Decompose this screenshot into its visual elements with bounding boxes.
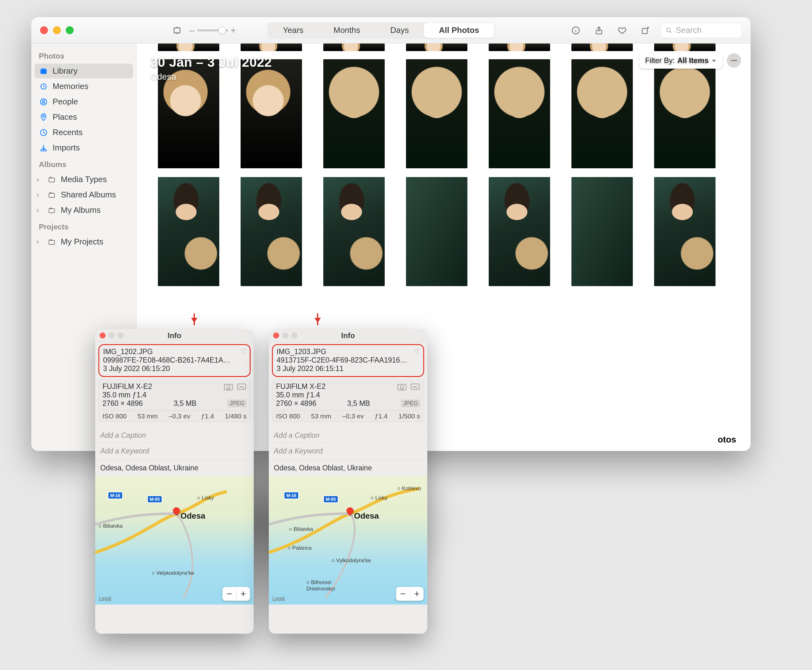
places-icon (39, 112, 48, 122)
location-subtitle: Odesa (150, 72, 737, 82)
raw-wb-icon[interactable]: WB (397, 382, 420, 391)
filter-button[interactable]: Filter By: All Items (640, 52, 723, 69)
favorite-icon[interactable] (616, 25, 628, 36)
sidebar-item-library[interactable]: Library (34, 64, 133, 78)
location-map[interactable]: Odesa Lisky Biliaivka Vylkodolyns'ke Pal… (269, 476, 427, 604)
recents-icon (39, 128, 48, 137)
close-panel-button[interactable] (100, 333, 106, 338)
favorite-icon[interactable]: ♡ (240, 347, 246, 356)
zoom-in-button[interactable]: + (236, 587, 250, 601)
seg-days[interactable]: Days (375, 23, 424, 38)
minimize-window-button[interactable] (53, 26, 61, 34)
map-zoom-controls: −+ (223, 587, 250, 601)
caption-field[interactable]: Add a Caption (95, 426, 254, 443)
location-label[interactable]: Odesa, Odesa Oblast, Ukraine (269, 460, 427, 476)
sidebar-item-shared-albums[interactable]: › Shared Albums (34, 188, 133, 202)
svg-rect-12 (41, 149, 46, 151)
caption-field[interactable]: Add a Caption (269, 426, 427, 443)
aspect-icon[interactable] (171, 24, 183, 37)
seg-all-photos[interactable]: All Photos (424, 23, 495, 38)
location-label[interactable]: Odesa, Odesa Oblast, Ukraine (95, 460, 254, 476)
zoom-out-button[interactable]: − (223, 587, 236, 601)
map-zoom-controls: −+ (396, 587, 424, 601)
slider-plus: + (231, 25, 236, 36)
info-highlighted-block: ♡ IMG_1203.JPG 4913715F-C2E0-4F69-823C-F… (272, 344, 424, 377)
photo-thumbnail[interactable] (406, 177, 468, 286)
info-uuid: 099987FE-7E08-468C-B261-7A4E1AAEFA… (103, 356, 235, 364)
map-legal-link[interactable]: Legal (273, 596, 285, 601)
format-badge: JPEG (401, 399, 420, 408)
keyword-field[interactable]: Add a Keyword (269, 443, 427, 460)
location-map[interactable]: Odesa Lisky Biliaivka Velykodolyns'ke M-… (95, 476, 254, 604)
view-segmented-control: Years Months Days All Photos (267, 22, 495, 39)
focal-length-label: 53 mm (311, 413, 331, 420)
toolbar-icons (570, 25, 651, 36)
chevron-right-icon: › (36, 205, 42, 215)
svg-rect-3 (642, 28, 647, 33)
focal-length-label: 53 mm (138, 413, 157, 420)
info-uuid: 4913715F-C2E0-4F69-823C-FAA1916745B… (277, 356, 408, 364)
sidebar-item-my-albums[interactable]: › My Albums (34, 203, 133, 218)
photo-thumbnail[interactable] (571, 177, 633, 286)
info-filename: IMG_1203.JPG (277, 347, 419, 356)
close-panel-button[interactable] (273, 333, 279, 338)
zoom-in-button[interactable]: + (410, 587, 424, 601)
ev-label: –0,3 ev (342, 413, 364, 420)
svg-rect-23 (238, 384, 246, 389)
seg-months[interactable]: Months (318, 23, 375, 38)
photo-thumbnail[interactable] (489, 177, 550, 286)
raw-wb-icon[interactable]: WB (223, 382, 246, 391)
dimensions-label: 2760 × 4896 (103, 399, 143, 408)
info-icon[interactable] (570, 25, 581, 36)
shutter-label: 1/480 s (225, 413, 246, 420)
folder-icon (47, 175, 56, 184)
iso-label: ISO 800 (103, 413, 127, 420)
sidebar-item-recents[interactable]: Recents (34, 125, 133, 140)
sidebar-item-people[interactable]: People (34, 94, 133, 109)
info-titlebar: Info (95, 329, 254, 342)
ev-label: –0,3 ev (169, 413, 190, 420)
search-field[interactable]: Search (660, 23, 742, 38)
svg-rect-6 (41, 68, 46, 69)
sidebar-item-media-types[interactable]: › Media Types (34, 172, 133, 187)
slider-minus: – (189, 25, 194, 36)
svg-rect-15 (49, 209, 54, 213)
map-city-label: Odesa (181, 511, 206, 521)
sidebar-item-my-projects[interactable]: › My Projects (34, 234, 133, 249)
more-button[interactable] (727, 53, 741, 68)
info-filename: IMG_1202.JPG (103, 347, 246, 356)
lens-label: 35.0 mm ƒ1.4 (276, 391, 420, 399)
info-panel: Info ♡ IMG_1203.JPG 4913715F-C2E0-4F69-8… (269, 329, 427, 634)
folder-icon (47, 237, 56, 247)
share-icon[interactable] (593, 25, 604, 36)
sidebar-item-memories[interactable]: Memories (34, 79, 133, 94)
keyword-field[interactable]: Add a Keyword (95, 443, 254, 460)
close-window-button[interactable] (40, 26, 48, 34)
sidebar-item-places[interactable]: Places (34, 110, 133, 124)
photo-thumbnail[interactable] (654, 177, 716, 286)
zoom-out-button[interactable]: − (396, 587, 410, 601)
sidebar-item-imports[interactable]: Imports (34, 140, 133, 155)
camera-model: FUJIFILM X-E2 (103, 382, 152, 391)
svg-rect-16 (49, 240, 54, 244)
chevron-right-icon: › (36, 237, 42, 247)
photo-thumbnail[interactable] (241, 177, 302, 286)
annotation-arrow (317, 313, 318, 325)
folder-icon (47, 190, 56, 200)
rotate-icon[interactable] (640, 25, 651, 36)
info-camera-block: FUJIFILM X-E2 WB 35.0 mm ƒ1.4 2760 × 489… (272, 379, 424, 422)
photo-thumbnail[interactable] (323, 177, 385, 286)
seg-years[interactable]: Years (268, 23, 319, 38)
iso-label: ISO 800 (276, 413, 300, 420)
photo-thumbnail[interactable] (158, 177, 219, 286)
filesize-label: 3,5 MB (174, 399, 196, 408)
chevron-right-icon: › (36, 190, 42, 200)
photo-count-label: otos (718, 435, 736, 445)
zoom-window-button[interactable] (66, 26, 74, 34)
thumbnail-size-slider[interactable]: – + (189, 25, 236, 36)
svg-rect-5 (41, 69, 47, 74)
map-legal-link[interactable]: Legal (99, 596, 111, 601)
favorite-icon[interactable]: ♡ (414, 347, 420, 356)
aperture-label: ƒ1.4 (201, 413, 214, 420)
search-placeholder: Search (676, 25, 701, 35)
